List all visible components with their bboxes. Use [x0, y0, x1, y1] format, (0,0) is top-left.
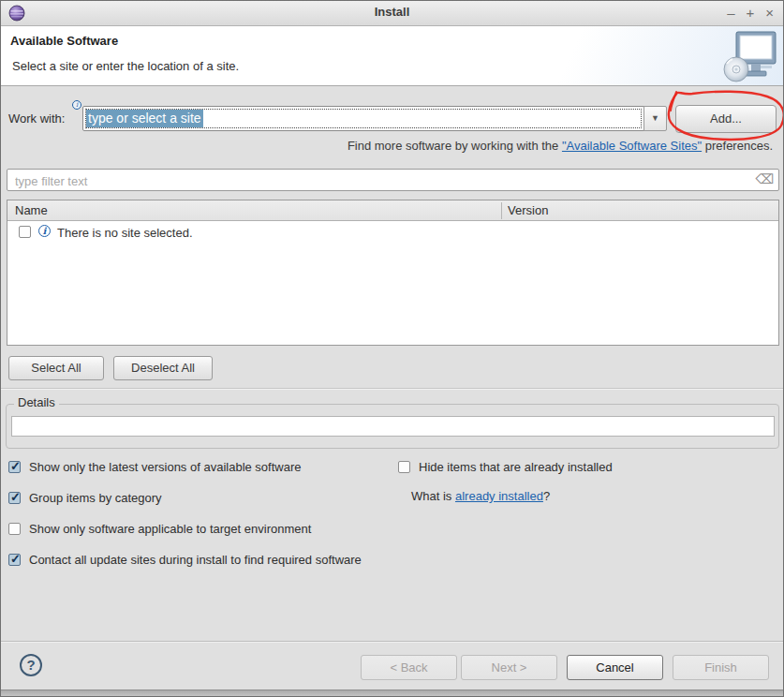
- hint-prefix: Find more software by working with the: [348, 139, 562, 153]
- checkbox-target-environment[interactable]: [8, 523, 21, 535]
- work-with-label: Work with:: [8, 111, 65, 126]
- label-latest-versions: Show only the latest versions of availab…: [29, 460, 302, 474]
- label-target-environment: Show only software applicable to target …: [29, 522, 311, 536]
- close-button[interactable]: ×: [765, 4, 774, 22]
- window-controls: – + ×: [727, 4, 774, 22]
- what-is-installed-line: What is already installed?: [411, 489, 550, 503]
- select-all-button[interactable]: Select All: [8, 356, 104, 380]
- window-bottom-edge: [1, 690, 783, 697]
- checkbox-contact-update-sites[interactable]: [8, 554, 21, 566]
- install-wizard-icon: [723, 28, 777, 86]
- info-icon: i: [38, 225, 51, 237]
- separator: [1, 388, 783, 390]
- wizard-header: Available Software Select a site or ente…: [1, 26, 783, 86]
- table-header: Name Version: [7, 200, 778, 221]
- column-divider[interactable]: [501, 202, 502, 219]
- find-more-software-hint: Find more software by working with the "…: [348, 139, 773, 153]
- install-dialog: Install – + × Available Software Select …: [0, 0, 784, 697]
- filter-input[interactable]: [13, 171, 747, 191]
- info-badge-icon: i: [72, 100, 81, 110]
- software-table[interactable]: Name Version i There is no site selected…: [7, 200, 779, 346]
- label-group-by-category: Group items by category: [29, 491, 162, 505]
- clear-filter-icon[interactable]: ⌫: [755, 171, 774, 186]
- titlebar[interactable]: Install – + ×: [1, 1, 783, 26]
- cancel-button[interactable]: Cancel: [567, 655, 663, 680]
- page-subtitle: Select a site or enter the location of a…: [12, 59, 239, 73]
- checkbox-hide-installed[interactable]: [398, 461, 410, 473]
- checkbox-latest-versions[interactable]: [8, 461, 21, 473]
- hint-suffix: preferences.: [702, 139, 773, 153]
- already-installed-link[interactable]: already installed: [455, 489, 543, 503]
- table-row[interactable]: i There is no site selected.: [7, 221, 778, 242]
- what-is-prefix: What is: [411, 489, 455, 503]
- details-label: Details: [14, 395, 59, 409]
- add-button[interactable]: Add...: [675, 105, 777, 133]
- maximize-button[interactable]: +: [746, 4, 754, 22]
- row-message: There is no site selected.: [57, 226, 193, 240]
- minimize-button[interactable]: –: [727, 4, 734, 22]
- next-button[interactable]: Next >: [461, 655, 557, 680]
- details-text-area[interactable]: [11, 416, 775, 437]
- row-checkbox[interactable]: [19, 226, 31, 238]
- combo-dropdown-arrow-icon[interactable]: ▼: [643, 106, 667, 131]
- column-header-version[interactable]: Version: [508, 203, 548, 217]
- filter-box: ⌫: [7, 169, 779, 191]
- help-button[interactable]: ?: [20, 654, 42, 676]
- available-software-sites-link[interactable]: "Available Software Sites": [562, 139, 702, 153]
- what-is-suffix: ?: [543, 489, 550, 503]
- window-title: Install: [1, 5, 783, 19]
- label-hide-installed: Hide items that are already installed: [419, 460, 613, 474]
- deselect-all-button[interactable]: Deselect All: [113, 356, 213, 380]
- page-title: Available Software: [10, 34, 118, 48]
- finish-button[interactable]: Finish: [673, 655, 769, 680]
- work-with-value[interactable]: type or select a site: [86, 110, 203, 127]
- footer-separator: [1, 641, 783, 643]
- checkbox-group-by-category[interactable]: [8, 492, 21, 504]
- work-with-combo[interactable]: type or select a site: [82, 106, 644, 131]
- label-contact-update-sites: Contact all update sites during install …: [29, 553, 362, 567]
- back-button[interactable]: < Back: [361, 655, 457, 680]
- column-header-name[interactable]: Name: [15, 203, 48, 217]
